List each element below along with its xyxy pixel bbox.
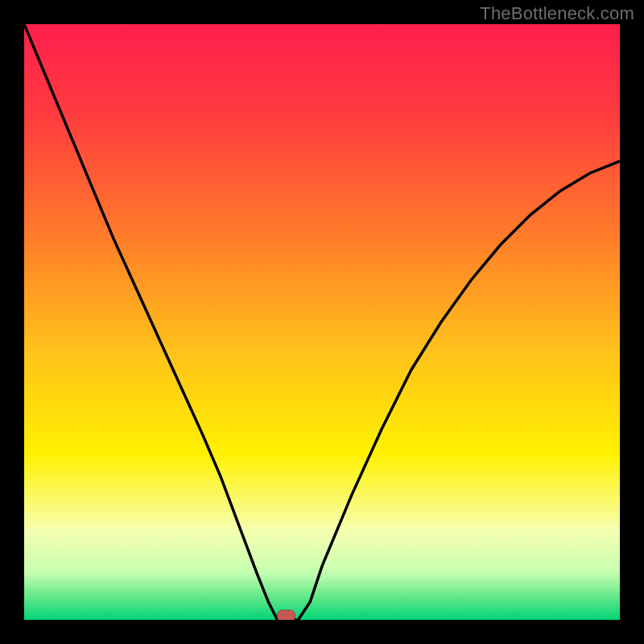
bottleneck-chart	[24, 24, 620, 620]
watermark-text: TheBottleneck.com	[480, 3, 634, 24]
chart-frame: TheBottleneck.com	[0, 0, 644, 644]
gradient-background	[24, 24, 620, 620]
plot-area	[24, 24, 620, 620]
optimal-marker	[278, 610, 295, 620]
